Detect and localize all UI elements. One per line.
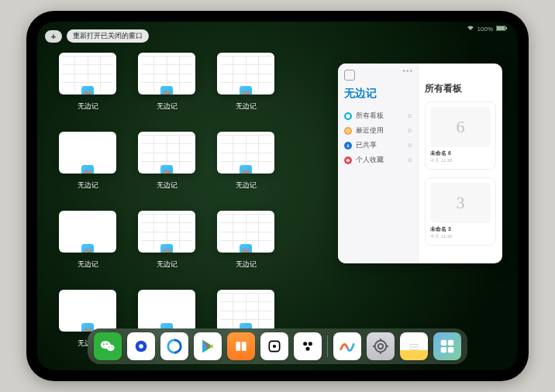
dock-icon-play[interactable] <box>194 332 222 360</box>
window-label: 无边记 <box>157 101 178 112</box>
svg-point-20 <box>306 347 310 351</box>
board-card[interactable]: 6未命名 6今天 11:28 <box>425 101 496 170</box>
svg-rect-32 <box>441 347 446 352</box>
svg-point-17 <box>273 345 276 348</box>
board-card[interactable]: 3未命名 3今天 11:26 <box>425 177 496 246</box>
freeform-app-icon <box>160 85 174 95</box>
stage-active-window[interactable]: ••• 无边记 所有看板0最近使用0已共享0个人收藏0 所有看板 6未命名 6今… <box>338 64 502 263</box>
sidebar-item-count: 0 <box>408 142 412 149</box>
window-tile[interactable]: 无边记 <box>217 53 274 112</box>
svg-rect-33 <box>448 347 453 352</box>
sidebar-item-count: 0 <box>408 156 412 163</box>
sidebar-item-label: 已共享 <box>356 140 377 150</box>
svg-point-13 <box>139 344 143 349</box>
window-thumbnail <box>217 53 274 95</box>
window-label: 无边记 <box>78 181 98 191</box>
dock <box>88 328 467 364</box>
board-date: 今天 11:26 <box>430 233 491 240</box>
window-label: 无边记 <box>157 260 178 270</box>
svg-point-9 <box>106 343 108 345</box>
svg-point-7 <box>107 345 115 351</box>
dock-icon-misc[interactable] <box>294 332 322 360</box>
window-thumbnail <box>59 53 116 95</box>
screen: 100% + 重新打开已关闭的窗口 无边记无边记无边记无边记无边记无边记无边记无… <box>37 22 518 370</box>
dock-icon-settings[interactable] <box>367 332 395 360</box>
svg-point-21 <box>375 341 387 352</box>
window-tile[interactable]: 无边记 <box>217 211 274 270</box>
sidebar-item[interactable]: 所有看板0 <box>344 108 412 123</box>
window-label: 无边记 <box>236 181 257 191</box>
add-window-button[interactable]: + <box>45 30 62 43</box>
freeform-app-icon <box>239 85 253 95</box>
sidebar-item-label: 个人收藏 <box>356 155 384 165</box>
window-tile[interactable]: 无边记 <box>138 211 195 270</box>
window-tile[interactable]: 无边记 <box>138 53 195 112</box>
window-thumbnail <box>138 211 195 253</box>
more-icon[interactable]: ••• <box>402 67 413 75</box>
freeform-app-icon <box>160 243 174 253</box>
sidebar: ••• 无边记 所有看板0最近使用0已共享0个人收藏0 <box>338 64 419 263</box>
board-name: 未命名 6 <box>430 150 491 157</box>
freeform-app-icon <box>239 243 253 253</box>
svg-point-11 <box>112 346 112 347</box>
sidebar-item[interactable]: 已共享0 <box>344 138 412 153</box>
window-tile[interactable]: 无边记 <box>59 132 116 191</box>
sidebar-item-icon <box>344 156 352 164</box>
dock-icon-app-library[interactable] <box>433 332 461 360</box>
sidebar-title: 无边记 <box>344 87 412 101</box>
window-thumbnail <box>59 211 116 253</box>
sidebar-item[interactable]: 最近使用0 <box>344 123 412 138</box>
board-date: 今天 11:28 <box>430 157 491 164</box>
sidebar-item-icon <box>344 127 352 135</box>
svg-point-18 <box>303 342 307 346</box>
freeform-app-icon <box>81 85 95 95</box>
sidebar-item-icon <box>344 112 352 120</box>
window-thumbnail <box>138 290 195 332</box>
window-tile[interactable]: 无边记 <box>138 132 195 191</box>
window-label: 无边记 <box>236 101 257 112</box>
window-thumbnail <box>138 53 195 95</box>
window-tile[interactable]: 无边记 <box>217 132 274 191</box>
content-title: 所有看板 <box>425 82 496 95</box>
svg-rect-1 <box>497 26 505 30</box>
window-label: 无边记 <box>157 181 178 191</box>
window-tile[interactable]: 无边记 <box>59 211 116 270</box>
svg-rect-30 <box>441 340 446 346</box>
window-thumbnail <box>138 132 195 174</box>
sidebar-item[interactable]: 个人收藏0 <box>344 153 412 167</box>
dock-icon-qq-browser[interactable] <box>160 332 188 360</box>
dock-icon-wechat[interactable] <box>94 332 122 360</box>
window-tile[interactable]: 无边记 <box>59 53 116 112</box>
svg-point-19 <box>309 342 312 346</box>
dock-separator <box>327 335 328 357</box>
ipad-frame: 100% + 重新打开已关闭的窗口 无边记无边记无边记无边记无边记无边记无边记无… <box>26 11 529 381</box>
wifi-icon <box>467 25 474 33</box>
content-pane: 所有看板 6未命名 6今天 11:283未命名 3今天 11:26 <box>419 64 502 263</box>
window-thumbnail <box>217 211 274 253</box>
dock-icon-books[interactable] <box>227 332 255 360</box>
reopen-closed-window-button[interactable]: 重新打开已关闭的窗口 <box>67 29 149 43</box>
battery-text: 100% <box>477 26 493 33</box>
window-thumbnail <box>217 132 274 174</box>
svg-point-5 <box>347 144 349 146</box>
svg-rect-3 <box>346 114 350 118</box>
svg-rect-31 <box>448 340 453 346</box>
freeform-app-icon <box>81 164 95 174</box>
board-preview: 6 <box>430 107 491 147</box>
dock-icon-notes[interactable] <box>400 332 428 360</box>
board-preview: 3 <box>430 183 491 223</box>
window-label: 无边记 <box>236 260 257 270</box>
dock-icon-app-blue-circle[interactable] <box>127 332 155 360</box>
window-label: 无边记 <box>78 260 98 270</box>
window-thumbnail <box>59 132 116 174</box>
battery-icon <box>496 26 507 33</box>
freeform-app-icon <box>160 164 174 174</box>
topbar: + 重新打开已关闭的窗口 <box>45 29 149 43</box>
sidebar-item-label: 最近使用 <box>356 126 384 136</box>
dock-icon-dice[interactable] <box>260 332 288 360</box>
sidebar-toggle-icon[interactable] <box>344 70 355 81</box>
dock-icon-freeform[interactable] <box>333 332 361 360</box>
status-bar: 100% <box>467 25 507 33</box>
svg-rect-2 <box>506 27 508 29</box>
window-thumbnail <box>59 290 116 332</box>
